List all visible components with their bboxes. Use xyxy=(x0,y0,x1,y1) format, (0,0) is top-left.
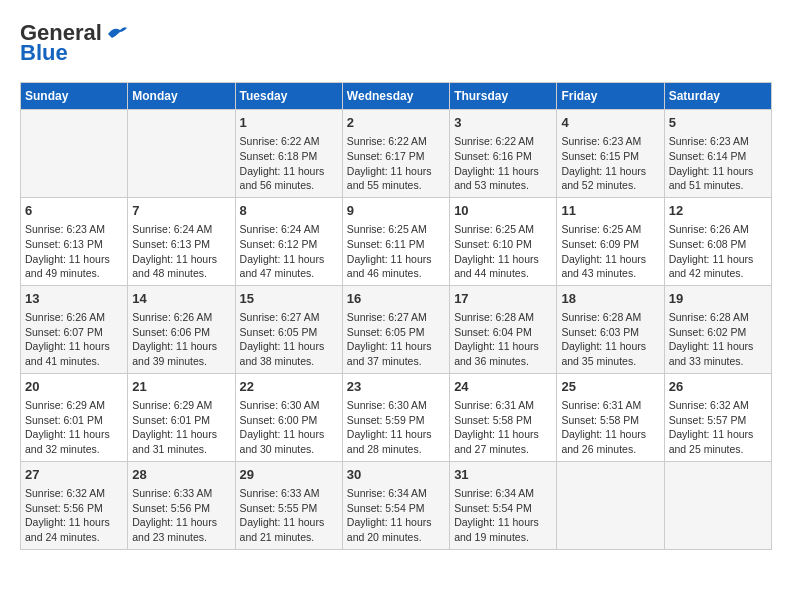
day-info: Sunrise: 6:34 AM Sunset: 5:54 PM Dayligh… xyxy=(347,486,445,545)
header-day: Saturday xyxy=(664,83,771,110)
calendar-cell: 18Sunrise: 6:28 AM Sunset: 6:03 PM Dayli… xyxy=(557,285,664,373)
day-number: 9 xyxy=(347,202,445,220)
day-number: 1 xyxy=(240,114,338,132)
calendar-cell: 31Sunrise: 6:34 AM Sunset: 5:54 PM Dayli… xyxy=(450,461,557,549)
header-day: Sunday xyxy=(21,83,128,110)
day-number: 4 xyxy=(561,114,659,132)
calendar-cell: 12Sunrise: 6:26 AM Sunset: 6:08 PM Dayli… xyxy=(664,197,771,285)
calendar-week: 27Sunrise: 6:32 AM Sunset: 5:56 PM Dayli… xyxy=(21,461,772,549)
day-info: Sunrise: 6:22 AM Sunset: 6:18 PM Dayligh… xyxy=(240,134,338,193)
day-info: Sunrise: 6:26 AM Sunset: 6:06 PM Dayligh… xyxy=(132,310,230,369)
day-info: Sunrise: 6:30 AM Sunset: 5:59 PM Dayligh… xyxy=(347,398,445,457)
calendar-cell: 13Sunrise: 6:26 AM Sunset: 6:07 PM Dayli… xyxy=(21,285,128,373)
day-number: 29 xyxy=(240,466,338,484)
day-number: 31 xyxy=(454,466,552,484)
day-number: 24 xyxy=(454,378,552,396)
day-info: Sunrise: 6:33 AM Sunset: 5:55 PM Dayligh… xyxy=(240,486,338,545)
day-info: Sunrise: 6:32 AM Sunset: 5:56 PM Dayligh… xyxy=(25,486,123,545)
calendar-cell: 29Sunrise: 6:33 AM Sunset: 5:55 PM Dayli… xyxy=(235,461,342,549)
calendar-cell: 11Sunrise: 6:25 AM Sunset: 6:09 PM Dayli… xyxy=(557,197,664,285)
calendar-cell: 26Sunrise: 6:32 AM Sunset: 5:57 PM Dayli… xyxy=(664,373,771,461)
day-info: Sunrise: 6:29 AM Sunset: 6:01 PM Dayligh… xyxy=(25,398,123,457)
header-day: Monday xyxy=(128,83,235,110)
day-info: Sunrise: 6:24 AM Sunset: 6:12 PM Dayligh… xyxy=(240,222,338,281)
calendar-cell xyxy=(21,110,128,198)
day-info: Sunrise: 6:23 AM Sunset: 6:15 PM Dayligh… xyxy=(561,134,659,193)
day-info: Sunrise: 6:28 AM Sunset: 6:04 PM Dayligh… xyxy=(454,310,552,369)
calendar-cell xyxy=(557,461,664,549)
day-info: Sunrise: 6:33 AM Sunset: 5:56 PM Dayligh… xyxy=(132,486,230,545)
page-header: General Blue xyxy=(20,20,772,66)
day-number: 14 xyxy=(132,290,230,308)
header-day: Tuesday xyxy=(235,83,342,110)
day-number: 10 xyxy=(454,202,552,220)
day-info: Sunrise: 6:32 AM Sunset: 5:57 PM Dayligh… xyxy=(669,398,767,457)
calendar-cell: 19Sunrise: 6:28 AM Sunset: 6:02 PM Dayli… xyxy=(664,285,771,373)
day-info: Sunrise: 6:28 AM Sunset: 6:03 PM Dayligh… xyxy=(561,310,659,369)
calendar-week: 1Sunrise: 6:22 AM Sunset: 6:18 PM Daylig… xyxy=(21,110,772,198)
calendar-cell xyxy=(128,110,235,198)
day-info: Sunrise: 6:22 AM Sunset: 6:17 PM Dayligh… xyxy=(347,134,445,193)
logo-bird-icon xyxy=(106,24,128,42)
calendar-cell: 30Sunrise: 6:34 AM Sunset: 5:54 PM Dayli… xyxy=(342,461,449,549)
calendar-cell: 24Sunrise: 6:31 AM Sunset: 5:58 PM Dayli… xyxy=(450,373,557,461)
calendar-cell: 16Sunrise: 6:27 AM Sunset: 6:05 PM Dayli… xyxy=(342,285,449,373)
header-day: Thursday xyxy=(450,83,557,110)
day-info: Sunrise: 6:28 AM Sunset: 6:02 PM Dayligh… xyxy=(669,310,767,369)
day-number: 2 xyxy=(347,114,445,132)
day-info: Sunrise: 6:31 AM Sunset: 5:58 PM Dayligh… xyxy=(454,398,552,457)
day-number: 18 xyxy=(561,290,659,308)
day-number: 7 xyxy=(132,202,230,220)
day-info: Sunrise: 6:23 AM Sunset: 6:14 PM Dayligh… xyxy=(669,134,767,193)
calendar-cell xyxy=(664,461,771,549)
calendar-cell: 15Sunrise: 6:27 AM Sunset: 6:05 PM Dayli… xyxy=(235,285,342,373)
day-info: Sunrise: 6:31 AM Sunset: 5:58 PM Dayligh… xyxy=(561,398,659,457)
day-info: Sunrise: 6:26 AM Sunset: 6:07 PM Dayligh… xyxy=(25,310,123,369)
day-number: 20 xyxy=(25,378,123,396)
calendar-cell: 2Sunrise: 6:22 AM Sunset: 6:17 PM Daylig… xyxy=(342,110,449,198)
logo-blue: Blue xyxy=(20,40,68,66)
header-day: Friday xyxy=(557,83,664,110)
calendar-table: SundayMondayTuesdayWednesdayThursdayFrid… xyxy=(20,82,772,550)
day-number: 22 xyxy=(240,378,338,396)
day-info: Sunrise: 6:25 AM Sunset: 6:10 PM Dayligh… xyxy=(454,222,552,281)
calendar-week: 20Sunrise: 6:29 AM Sunset: 6:01 PM Dayli… xyxy=(21,373,772,461)
calendar-cell: 25Sunrise: 6:31 AM Sunset: 5:58 PM Dayli… xyxy=(557,373,664,461)
day-number: 26 xyxy=(669,378,767,396)
header-row: SundayMondayTuesdayWednesdayThursdayFrid… xyxy=(21,83,772,110)
day-info: Sunrise: 6:30 AM Sunset: 6:00 PM Dayligh… xyxy=(240,398,338,457)
calendar-cell: 23Sunrise: 6:30 AM Sunset: 5:59 PM Dayli… xyxy=(342,373,449,461)
day-info: Sunrise: 6:25 AM Sunset: 6:11 PM Dayligh… xyxy=(347,222,445,281)
day-number: 30 xyxy=(347,466,445,484)
calendar-cell: 20Sunrise: 6:29 AM Sunset: 6:01 PM Dayli… xyxy=(21,373,128,461)
day-info: Sunrise: 6:24 AM Sunset: 6:13 PM Dayligh… xyxy=(132,222,230,281)
calendar-cell: 1Sunrise: 6:22 AM Sunset: 6:18 PM Daylig… xyxy=(235,110,342,198)
day-number: 19 xyxy=(669,290,767,308)
calendar-cell: 10Sunrise: 6:25 AM Sunset: 6:10 PM Dayli… xyxy=(450,197,557,285)
calendar-cell: 4Sunrise: 6:23 AM Sunset: 6:15 PM Daylig… xyxy=(557,110,664,198)
day-number: 21 xyxy=(132,378,230,396)
calendar-body: 1Sunrise: 6:22 AM Sunset: 6:18 PM Daylig… xyxy=(21,110,772,550)
day-number: 25 xyxy=(561,378,659,396)
day-info: Sunrise: 6:23 AM Sunset: 6:13 PM Dayligh… xyxy=(25,222,123,281)
day-number: 27 xyxy=(25,466,123,484)
day-info: Sunrise: 6:26 AM Sunset: 6:08 PM Dayligh… xyxy=(669,222,767,281)
day-info: Sunrise: 6:22 AM Sunset: 6:16 PM Dayligh… xyxy=(454,134,552,193)
calendar-cell: 5Sunrise: 6:23 AM Sunset: 6:14 PM Daylig… xyxy=(664,110,771,198)
day-number: 11 xyxy=(561,202,659,220)
header-day: Wednesday xyxy=(342,83,449,110)
calendar-cell: 9Sunrise: 6:25 AM Sunset: 6:11 PM Daylig… xyxy=(342,197,449,285)
calendar-cell: 27Sunrise: 6:32 AM Sunset: 5:56 PM Dayli… xyxy=(21,461,128,549)
calendar-header: SundayMondayTuesdayWednesdayThursdayFrid… xyxy=(21,83,772,110)
day-number: 8 xyxy=(240,202,338,220)
day-info: Sunrise: 6:27 AM Sunset: 6:05 PM Dayligh… xyxy=(240,310,338,369)
day-number: 28 xyxy=(132,466,230,484)
day-info: Sunrise: 6:27 AM Sunset: 6:05 PM Dayligh… xyxy=(347,310,445,369)
calendar-cell: 14Sunrise: 6:26 AM Sunset: 6:06 PM Dayli… xyxy=(128,285,235,373)
calendar-cell: 7Sunrise: 6:24 AM Sunset: 6:13 PM Daylig… xyxy=(128,197,235,285)
calendar-week: 6Sunrise: 6:23 AM Sunset: 6:13 PM Daylig… xyxy=(21,197,772,285)
calendar-cell: 8Sunrise: 6:24 AM Sunset: 6:12 PM Daylig… xyxy=(235,197,342,285)
day-info: Sunrise: 6:25 AM Sunset: 6:09 PM Dayligh… xyxy=(561,222,659,281)
calendar-cell: 21Sunrise: 6:29 AM Sunset: 6:01 PM Dayli… xyxy=(128,373,235,461)
calendar-cell: 17Sunrise: 6:28 AM Sunset: 6:04 PM Dayli… xyxy=(450,285,557,373)
